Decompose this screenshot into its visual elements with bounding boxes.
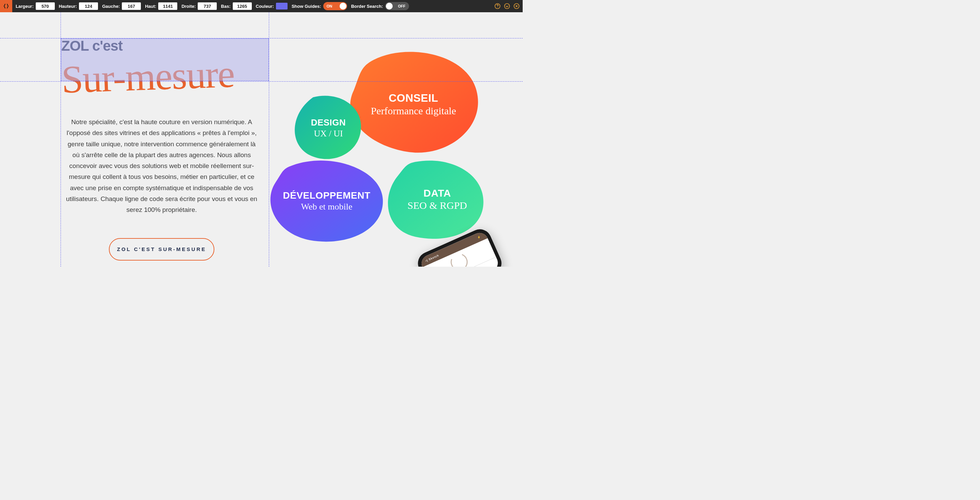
blob-data[interactable]: DATA SEO & RGPD: [388, 159, 487, 240]
field-droite: Droite:: [181, 2, 217, 10]
label-couleur: Couleur:: [256, 4, 274, 9]
svg-point-2: [504, 4, 510, 9]
blobs-group: CONSEIL Performance digitale DESIGN UX /…: [272, 50, 504, 240]
input-gauche[interactable]: [122, 2, 141, 10]
blob-design-title: DESIGN: [311, 117, 346, 128]
blob-conseil-title: CONSEIL: [388, 92, 438, 105]
field-haut: Haut:: [145, 2, 177, 10]
label-border-search: Border Search:: [351, 4, 383, 9]
field-bas: Bas:: [221, 2, 251, 10]
label-show-guides: Show Guides:: [292, 4, 321, 9]
close-icon[interactable]: [513, 3, 520, 10]
blob-data-title: DATA: [424, 187, 451, 199]
toggle-show-guides-text: ON: [327, 4, 332, 8]
blob-dev-sub: Web et mobile: [301, 202, 353, 212]
input-hauteur[interactable]: [79, 2, 98, 10]
selection-highlight: [61, 38, 269, 81]
field-border-search: Border Search: OFF: [351, 2, 409, 10]
input-droite[interactable]: [198, 2, 217, 10]
hero-cta-button[interactable]: ZOL C'EST SUR-MESURE: [109, 238, 215, 260]
toggle-border-search[interactable]: OFF: [385, 2, 409, 10]
phone-status-right: ⚡: [477, 235, 482, 240]
label-bas: Bas:: [221, 4, 231, 9]
toggle-show-guides[interactable]: ON: [323, 2, 347, 10]
color-swatch[interactable]: [276, 3, 288, 10]
field-gauche: Gauche:: [102, 2, 141, 10]
label-largeur: Largeur:: [16, 4, 34, 9]
toolbar-right-icons: [494, 3, 520, 10]
toggle-knob: [340, 3, 347, 10]
label-droite: Droite:: [181, 4, 196, 9]
hero-body: Notre spécialité, c'est la haute couture…: [61, 117, 262, 216]
blob-design[interactable]: DESIGN UX / UI: [293, 94, 364, 162]
field-hauteur: Hauteur:: [59, 2, 98, 10]
blob-conseil[interactable]: CONSEIL Performance digitale: [347, 50, 480, 159]
blob-conseil-sub: Performance digitale: [371, 105, 456, 117]
inspector-toolbar: Largeur: Hauteur: Gauche: Haut: Droite: …: [0, 0, 523, 12]
label-haut: Haut:: [145, 4, 156, 9]
toggle-knob: [386, 3, 393, 10]
blob-dev-title: DÉVELOPPEMENT: [283, 190, 371, 201]
label-hauteur: Hauteur:: [59, 4, 77, 9]
input-bas[interactable]: [233, 2, 252, 10]
field-couleur: Couleur:: [256, 3, 288, 10]
field-largeur: Largeur:: [16, 2, 55, 10]
app-logo[interactable]: [0, 0, 12, 12]
blob-dev[interactable]: DÉVELOPPEMENT Web et mobile: [269, 159, 385, 244]
field-show-guides: Show Guides: ON: [292, 2, 347, 10]
help-icon[interactable]: [494, 3, 501, 10]
input-largeur[interactable]: [36, 2, 55, 10]
minimize-icon[interactable]: [504, 3, 511, 10]
toggle-border-search-text: OFF: [398, 4, 406, 8]
input-haut[interactable]: [158, 2, 177, 10]
label-gauche: Gauche:: [102, 4, 120, 9]
blob-design-sub: UX / UI: [314, 129, 343, 139]
blob-data-sub: SEO & RGPD: [407, 200, 467, 211]
svg-point-1: [497, 8, 498, 8]
